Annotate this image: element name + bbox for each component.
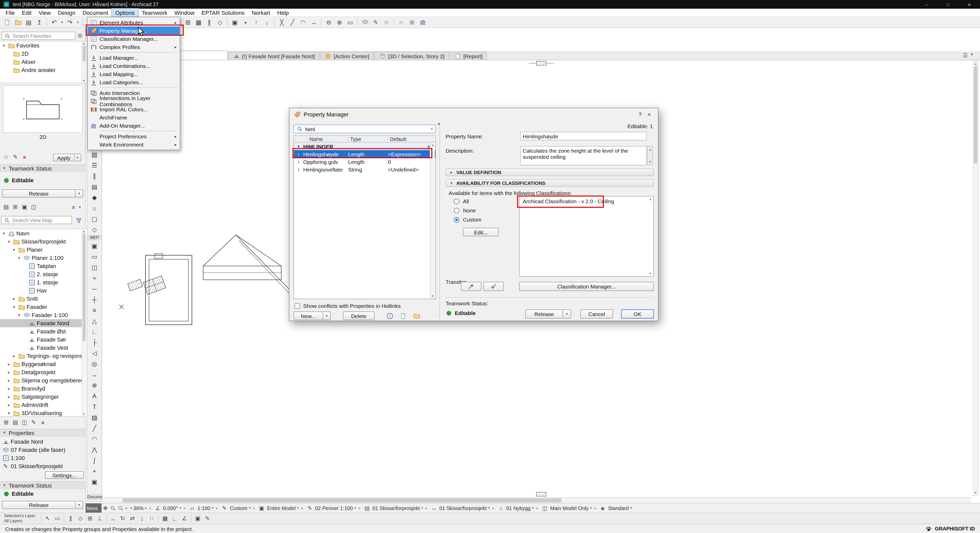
drawing-scale-control[interactable]: ▱1:100▾ — [187, 504, 215, 512]
expander-icon[interactable]: ▾ — [17, 256, 21, 260]
layer-combination-control[interactable]: ▤01 Skisse/forprosjekt▾ — [362, 504, 425, 512]
fill-tool-icon[interactable]: ▨ — [88, 412, 100, 423]
show-conflicts-checkbox[interactable] — [294, 303, 300, 309]
menu-item-add-on-manager[interactable]: Add-On Manager... — [88, 121, 180, 130]
pen-set-control[interactable]: ✎02 Penner 1:100▾ — [304, 504, 358, 512]
radio-custom[interactable] — [454, 217, 460, 222]
cancel-button[interactable]: Cancel — [580, 309, 613, 318]
viewmap-item-tegnings-og-revisjonsliste[interactable]: ▸ Tegnings- og revisjonsliste — [0, 352, 82, 360]
zoom-out-icon[interactable]: ⊖ — [324, 18, 334, 27]
viewmap-item-brann-lyd[interactable]: ▸ Brann/lyd — [0, 384, 82, 393]
dimension-style-control[interactable]: ↔01 Skisse/forprosjekt▾ — [428, 504, 491, 512]
morph-tool-icon[interactable]: ◇ — [88, 224, 100, 235]
dialog-release-button[interactable]: Release — [525, 309, 563, 318]
label-tool-icon[interactable]: T — [88, 401, 100, 412]
viewmap-item-fasade-nord[interactable]: Fasade Nord — [0, 319, 82, 327]
menu-norkart[interactable]: Norkart — [248, 9, 274, 16]
branch-tool-icon[interactable]: ├ — [88, 337, 100, 348]
undo-icon[interactable]: ↶ — [49, 18, 59, 27]
rotation-angle-caret[interactable]: ▾ — [180, 506, 181, 510]
menu-design[interactable]: Design — [54, 9, 79, 16]
expander-icon[interactable]: ▸ — [6, 362, 11, 366]
menu-item-classification-manager[interactable]: Classification Manager... — [88, 35, 180, 43]
viewmap-item-salgstegninger[interactable]: ▸ Salgstegninger — [0, 393, 82, 401]
viewmap-item-3d-visualisering[interactable]: ▾ 3D/Visualisering — [0, 409, 82, 417]
release-button-2[interactable]: Release — [2, 501, 76, 509]
send-backward-icon[interactable]: ↓ — [262, 18, 272, 27]
expander-icon[interactable]: ▸ — [6, 403, 11, 407]
menu-help[interactable]: Help — [274, 9, 292, 16]
viewmap-item-1-etasje[interactable]: 1. etasje — [0, 278, 82, 286]
viewmap-item-2-etasje[interactable]: 2. etasje — [0, 270, 82, 278]
graphic-override-caret[interactable]: ▾ — [630, 506, 632, 510]
properties-header[interactable]: ▾Properties — [0, 429, 85, 436]
teamwork-status-header-2[interactable]: ▾Teamwork Status — [0, 481, 85, 489]
delete-view-icon[interactable]: × — [39, 418, 47, 426]
new-favorite-icon[interactable]: ☆ — [2, 153, 10, 161]
layout-book-icon[interactable]: ▣ — [21, 203, 29, 211]
viewmap-item-skjema-og-mengdeberegning[interactable]: ▸ Skjema og mengdeberegning — [0, 376, 82, 384]
expander-icon[interactable]: ▸ — [6, 395, 11, 399]
menu-document[interactable]: Document — [79, 9, 111, 16]
classification-manager-button[interactable]: Classification Manager... — [519, 282, 654, 291]
expander-icon[interactable]: ▾ — [17, 313, 21, 317]
arc-tool-icon[interactable]: ◠ — [88, 433, 100, 444]
favorite-akser[interactable]: Akser — [0, 58, 86, 66]
dimension-tool-icon[interactable]: ↔ — [88, 369, 100, 380]
vertical-scrollbar[interactable]: ▲▼ — [973, 61, 978, 496]
pen-sets-icon[interactable]: ✎ — [371, 18, 381, 27]
bring-forward-icon[interactable]: ↑ — [251, 18, 261, 27]
edit-favorite-icon[interactable]: ✎ — [11, 153, 19, 161]
teamwork-status-header[interactable]: ▾Teamwork Status — [0, 164, 85, 172]
viewmap-item-navn[interactable]: ▾ Navn — [0, 229, 82, 237]
pan-hand-icon[interactable]: ✥ — [102, 504, 109, 512]
value-definition-section[interactable]: ▸VALUE DEFINITION — [445, 169, 654, 176]
tree-view-mode-icon[interactable]: ≡ — [69, 203, 78, 211]
property-row-himlingsoveflate[interactable]: ↕ Himlingsoveflate String <Undefined> — [294, 165, 435, 173]
dialog-search-field[interactable]: × — [293, 124, 436, 133]
rotation-angle-control[interactable]: ∠0.000°▾ — [152, 504, 183, 512]
structure-display-control[interactable]: ▣Entire Model▾ — [256, 504, 301, 512]
apply-favorite-caret[interactable]: ▾ — [75, 154, 81, 161]
dimension-style-caret[interactable]: ▾ — [488, 506, 490, 510]
renovation-filter-caret[interactable]: ▾ — [532, 506, 534, 510]
menu-edit[interactable]: Edit — [18, 9, 35, 16]
viewmap-item-fasader-1-100[interactable]: ▾ Fasader 1:100 — [0, 311, 82, 319]
viewmap-item-fasade-vest[interactable]: Fasade Vest — [0, 344, 82, 352]
viewmap-item-snitt[interactable]: ▸ Snitt — [0, 294, 82, 303]
maximize-button[interactable]: □ — [937, 0, 959, 9]
tab-3d-selection-story-2[interactable]: [3D / Selection, Story 2] — [374, 52, 449, 60]
radio-none[interactable] — [454, 208, 460, 213]
line-tool-icon[interactable]: ╱ — [88, 423, 100, 433]
radio-all[interactable] — [454, 198, 460, 204]
toolbox-document-group-label[interactable]: Docume — [87, 494, 102, 500]
spline-tool-icon[interactable]: ∫ — [88, 455, 100, 466]
lamp-tool-icon[interactable]: ☼ — [88, 203, 100, 213]
redo-icon[interactable]: ↷ — [65, 18, 75, 27]
menu-item-archiframe[interactable]: ArchiFrame — [88, 113, 180, 121]
property-info-button[interactable]: i — [386, 312, 394, 320]
polyline-tool-icon[interactable]: ⋀ — [88, 444, 100, 455]
favorites-scrollbar[interactable]: ▲▼ — [82, 41, 86, 83]
trim-icon[interactable]: ╳ — [277, 18, 287, 27]
column-default[interactable]: Default — [388, 136, 435, 142]
model-view-options-caret[interactable]: ▾ — [590, 506, 592, 510]
pipe-tool-icon[interactable]: ─ — [88, 283, 100, 294]
railing-tool-icon[interactable]: ∥ — [88, 170, 100, 181]
viewmap-item-planer[interactable]: ▾ Planer — [0, 245, 82, 254]
snap-points-icon[interactable]: ◇ — [215, 18, 225, 27]
dialog-release-caret[interactable]: ▾ — [563, 309, 571, 318]
classification-scroll-down-icon[interactable]: ▼ — [648, 272, 653, 275]
menu-options[interactable]: Options — [112, 9, 138, 16]
expander-icon[interactable]: ▸ — [6, 386, 11, 391]
export-properties-button[interactable] — [412, 312, 421, 320]
drawing-scale-caret[interactable]: ▾ — [212, 506, 213, 510]
property-row-oppforing-gulv[interactable]: ↕ Oppforing gulv Length 0 — [294, 158, 435, 165]
clear-search-icon[interactable]: × — [430, 126, 433, 132]
favorite-andre-arealer[interactable]: Andre arealer — [0, 66, 86, 74]
guide-lines-toggle-icon[interactable]: ∥ — [66, 514, 76, 523]
work-environment-gear-icon[interactable] — [407, 18, 417, 27]
viewmap-item-detaljprosjekt[interactable]: ▸ Detaljprosjekt — [0, 368, 82, 376]
zoom-out-icon[interactable] — [109, 504, 117, 512]
close-button[interactable]: × — [959, 0, 980, 9]
